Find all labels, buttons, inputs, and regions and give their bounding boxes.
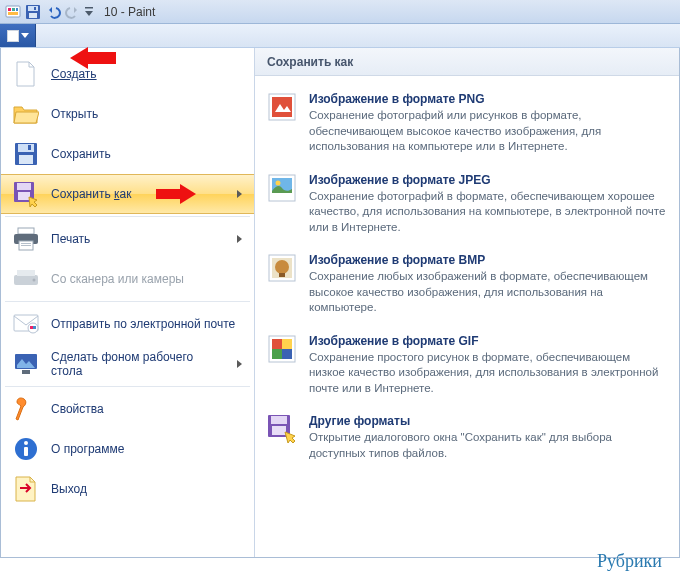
save-as-format-list: Изображение в формате PNG Сохранение фот… xyxy=(255,76,679,483)
svg-rect-3 xyxy=(16,8,18,11)
menu-label: Создать xyxy=(51,67,242,81)
menu-divider xyxy=(5,216,250,217)
svg-rect-23 xyxy=(21,245,31,246)
menu-about[interactable]: О программе xyxy=(1,429,254,469)
menu-label: О программе xyxy=(51,442,242,456)
save-icon xyxy=(13,141,39,167)
svg-rect-19 xyxy=(18,228,34,234)
format-title: Другие форматы xyxy=(309,414,669,428)
menu-label: Сохранить как xyxy=(51,187,225,201)
ribbon-strip xyxy=(0,24,680,48)
svg-rect-1 xyxy=(8,8,11,11)
svg-rect-4 xyxy=(8,12,18,15)
menu-wallpaper[interactable]: Сделать фоном рабочего стола xyxy=(1,344,254,384)
png-icon xyxy=(267,92,297,122)
jpeg-icon xyxy=(267,173,297,203)
app-icon xyxy=(4,3,22,21)
bmp-icon xyxy=(267,253,297,283)
menu-label: Со сканера или камеры xyxy=(51,272,242,286)
svg-rect-9 xyxy=(85,7,93,9)
format-item-jpeg[interactable]: Изображение в формате JPEG Сохранение фо… xyxy=(265,167,671,248)
save-as-icon xyxy=(13,181,39,207)
submenu-arrow-icon xyxy=(237,235,242,243)
menu-save-as[interactable]: Сохранить как xyxy=(1,174,254,214)
menu-exit[interactable]: Выход xyxy=(1,469,254,509)
qat-save-icon[interactable] xyxy=(24,3,42,21)
svg-rect-25 xyxy=(17,270,35,276)
svg-point-34 xyxy=(24,441,28,445)
file-tab[interactable] xyxy=(0,24,36,47)
menu-email[interactable]: Отправить по электронной почте xyxy=(1,304,254,344)
other-formats-icon xyxy=(267,414,297,444)
file-menu: Создать Открыть Сохранить Сохранить как xyxy=(0,48,680,558)
svg-rect-49 xyxy=(282,349,292,359)
svg-rect-12 xyxy=(18,144,34,152)
menu-label: Открыть xyxy=(51,107,242,121)
window-title: 10 - Paint xyxy=(104,5,155,19)
menu-new[interactable]: Создать xyxy=(1,54,254,94)
svg-rect-14 xyxy=(28,145,31,150)
menu-label: Отправить по электронной почте xyxy=(51,317,242,331)
qat-redo-icon[interactable] xyxy=(64,3,82,21)
titlebar: 10 - Paint xyxy=(0,0,680,24)
qat-customize-icon[interactable] xyxy=(84,3,94,21)
svg-rect-44 xyxy=(279,273,285,277)
svg-rect-46 xyxy=(272,339,282,349)
wallpaper-icon xyxy=(13,351,39,377)
format-item-other[interactable]: Другие форматы Открытие диалогового окна… xyxy=(265,408,671,473)
format-item-bmp[interactable]: Изображение в формате BMP Сохранение люб… xyxy=(265,247,671,328)
format-item-png[interactable]: Изображение в формате PNG Сохранение фот… xyxy=(265,86,671,167)
svg-rect-29 xyxy=(30,326,33,329)
gif-icon xyxy=(267,334,297,364)
new-file-icon xyxy=(13,61,39,87)
submenu-arrow-icon xyxy=(237,360,242,368)
menu-label: Сделать фоном рабочего стола xyxy=(51,350,225,378)
file-tab-icon xyxy=(7,30,19,42)
scanner-icon xyxy=(13,266,39,292)
footer-rubriki: Рубрики xyxy=(597,551,662,572)
save-as-pane-header: Сохранить как xyxy=(255,48,679,76)
qat-undo-icon[interactable] xyxy=(44,3,62,21)
svg-rect-13 xyxy=(19,155,33,164)
submenu-arrow-icon xyxy=(237,190,242,198)
svg-rect-52 xyxy=(272,426,286,435)
menu-divider xyxy=(5,301,250,302)
file-menu-left: Создать Открыть Сохранить Сохранить как xyxy=(1,48,255,557)
menu-divider xyxy=(5,386,250,387)
open-folder-icon xyxy=(13,101,39,127)
svg-point-40 xyxy=(276,180,281,185)
menu-label: Сохранить xyxy=(51,147,242,161)
menu-print[interactable]: Печать xyxy=(1,219,254,259)
menu-open[interactable]: Открыть xyxy=(1,94,254,134)
menu-scanner: Со сканера или камеры xyxy=(1,259,254,299)
exit-icon xyxy=(13,476,39,502)
format-item-gif[interactable]: Изображение в формате GIF Сохранение про… xyxy=(265,328,671,409)
svg-point-26 xyxy=(33,279,36,282)
format-desc: Сохранение простого рисунок в формате, о… xyxy=(309,350,669,397)
format-title: Изображение в формате JPEG xyxy=(309,173,669,187)
save-as-pane: Сохранить как Изображение в формате PNG … xyxy=(255,48,679,557)
format-desc: Открытие диалогового окна "Сохранить как… xyxy=(309,430,669,461)
svg-rect-22 xyxy=(21,243,31,244)
menu-label: Свойства xyxy=(51,402,242,416)
properties-icon xyxy=(13,396,39,422)
svg-rect-17 xyxy=(18,192,30,200)
svg-rect-0 xyxy=(6,6,20,17)
svg-point-43 xyxy=(275,260,289,274)
svg-rect-7 xyxy=(29,13,37,18)
svg-rect-35 xyxy=(24,447,28,456)
email-icon xyxy=(13,311,39,337)
menu-label: Выход xyxy=(51,482,242,496)
print-icon xyxy=(13,226,39,252)
menu-properties[interactable]: Свойства xyxy=(1,389,254,429)
format-desc: Сохранение фотографий в формате, обеспеч… xyxy=(309,189,669,236)
menu-save[interactable]: Сохранить xyxy=(1,134,254,174)
svg-rect-2 xyxy=(12,8,15,11)
svg-rect-47 xyxy=(282,339,292,349)
format-title: Изображение в формате PNG xyxy=(309,92,669,106)
svg-rect-51 xyxy=(271,416,287,424)
svg-rect-6 xyxy=(28,6,38,11)
format-desc: Сохранение любых изображений в формате, … xyxy=(309,269,669,316)
svg-rect-32 xyxy=(22,370,30,374)
chevron-down-icon xyxy=(21,33,29,38)
